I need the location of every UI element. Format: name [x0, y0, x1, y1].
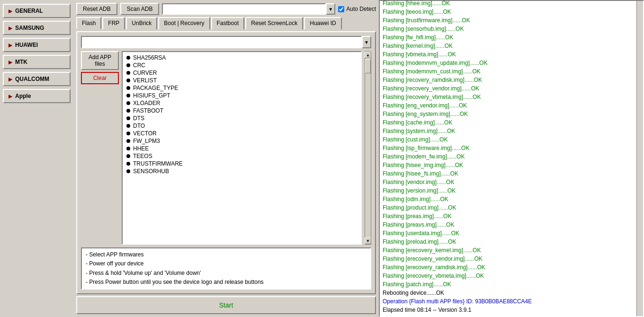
sidebar-item-qualcomm[interactable]: ▶QUALCOMM: [3, 72, 71, 86]
file-name: CURVER: [133, 70, 157, 76]
log-content: Flashing [xloader.img]......OKFlashing […: [380, 1, 636, 316]
tab-huaweiid[interactable]: Huawei ID: [304, 17, 341, 29]
file-name: VERLIST: [133, 77, 157, 84]
files-buttons: Add APP files Clear: [81, 51, 119, 245]
file-bullet: [126, 101, 130, 105]
sidebar-item-apple[interactable]: ▶Apple: [3, 89, 71, 103]
file-name: VECTOR: [133, 130, 157, 137]
start-button[interactable]: Start: [76, 296, 376, 314]
log-line: Flashing [hisee_fs.img]......OK: [383, 169, 634, 178]
scroll-down-btn[interactable]: ▼: [365, 238, 371, 244]
file-bullet: [126, 116, 130, 120]
list-item: HHEE: [126, 145, 357, 152]
log-line: Flashing [erecovery_ramdisk.img]......OK: [383, 263, 634, 272]
tab-fastboot[interactable]: Fastboot: [211, 17, 245, 29]
file-bullet: [126, 169, 130, 173]
file-name: DTS: [133, 115, 144, 122]
files-list[interactable]: SHA256RSACRCCURVERVERLISTPACKAGE_TYPEHIS…: [122, 51, 362, 245]
auto-detect-wrap: Auto Detect: [338, 6, 376, 12]
reset-adb-button[interactable]: Reset ADB: [76, 3, 117, 15]
log-content-wrap: Flashing [xloader.img]......OKFlashing […: [380, 1, 643, 316]
file-bullet: [126, 63, 130, 67]
log-line: Elapsed time 08:14 -- Version 3.9.1: [383, 306, 634, 314]
instruction-line: - Select APP firmwares: [86, 250, 367, 259]
log-line: Flashing [preas.img]......OK: [383, 212, 634, 220]
sidebar-tri-qualcomm: ▶: [9, 77, 12, 82]
file-name: DTO: [133, 123, 145, 129]
sidebar-label-samsung: SAMSUNG: [15, 25, 44, 31]
list-item: SHA256RSA: [126, 54, 357, 62]
list-item: CRC: [126, 62, 357, 69]
log-line: Flashing [system.img]......OK: [383, 127, 634, 135]
topbar: Reset ADB Scan ADB ▼ Auto Detect: [76, 3, 376, 15]
log-line: Flashing [recovery_ramdisk.img]......OK: [383, 76, 634, 84]
sidebar-label-qualcomm: QUALCOMM: [15, 76, 49, 82]
tab-boot[interactable]: Boot | Recovery: [158, 17, 210, 29]
file-bullet: [126, 94, 130, 97]
file-bullet: [126, 154, 130, 158]
file-name: PACKAGE_TYPE: [133, 85, 178, 91]
auto-detect-label: Auto Detect: [346, 6, 376, 12]
log-line: Flashing [erecovery_vendor.img]......OK: [383, 255, 634, 263]
list-item: SENSORHUB: [126, 167, 357, 175]
list-item: HISIUFS_GPT: [126, 92, 357, 99]
log-line: Flashing [eng_vendor.img]......OK: [383, 101, 634, 110]
start-wrap: Start: [76, 296, 376, 314]
list-item: DTO: [126, 122, 357, 130]
auto-detect-checkbox[interactable]: [338, 6, 344, 12]
tab-flash[interactable]: Flash: [76, 17, 101, 29]
log-line: Rebooting device......OK: [383, 289, 634, 297]
list-item: CURVER: [126, 69, 357, 77]
log-line: Flashing [trustfirmware.img]......OK: [383, 16, 634, 25]
file-name: XLOADER: [133, 100, 160, 106]
log-line: Flashing [eng_system.img]......OK: [383, 110, 634, 118]
list-item: TEEOS: [126, 152, 357, 160]
scan-adb-button[interactable]: Scan ADB: [120, 3, 160, 15]
sidebar-item-samsung[interactable]: ▶SAMSUNG: [3, 21, 71, 35]
file-name: CRC: [133, 62, 145, 69]
list-item: PACKAGE_TYPE: [126, 84, 357, 92]
log-line: Flashing [hisee_img.img]......OK: [383, 161, 634, 169]
file-bullet: [126, 162, 130, 166]
list-item: FW_LPM3: [126, 137, 357, 145]
clear-button[interactable]: Clear: [81, 72, 119, 84]
file-bullet: [126, 109, 130, 113]
mode-row: Flash multi APP files (Upgrade Mode) ▼: [81, 36, 371, 48]
log-line: Flashing [version.img]......OK: [383, 186, 634, 195]
list-item: VERLIST: [126, 77, 357, 84]
tab-frp[interactable]: FRP: [102, 17, 125, 29]
sidebar-item-mtk[interactable]: ▶MTK: [3, 55, 71, 69]
log-line: Flashing [cache.img]......OK: [383, 118, 634, 127]
log-panel: Flashing [xloader.img]......OKFlashing […: [379, 0, 644, 317]
file-name: HHEE: [133, 145, 149, 152]
mode-arrow[interactable]: ▼: [362, 36, 371, 48]
tab-unbrick[interactable]: UnBrick: [126, 17, 157, 29]
log-line: Flashing [erecovery_vbmeta.img]......OK: [383, 272, 634, 280]
device-combo-input[interactable]: [162, 3, 326, 15]
log-line: Flashing [teeos.img]......OK: [383, 8, 634, 16]
log-line: Flashing [odm.img]......OK: [383, 195, 634, 203]
main-content: Reset ADB Scan ADB ▼ Auto Detect FlashFR…: [73, 0, 379, 317]
sidebar-item-huawei[interactable]: ▶HUAWEI: [3, 38, 71, 52]
scroll-up-btn[interactable]: ▲: [365, 52, 371, 58]
instruction-line: - Press Power button until you see the d…: [86, 278, 367, 287]
sidebar-item-general[interactable]: ▶GENERAL: [3, 4, 71, 18]
sidebar-label-mtk: MTK: [15, 59, 27, 65]
tab-reset[interactable]: Reset ScreenLock: [245, 17, 303, 29]
scroll-thumb[interactable]: [365, 59, 371, 73]
add-app-button[interactable]: Add APP files: [81, 51, 119, 70]
mode-select[interactable]: Flash multi APP files (Upgrade Mode): [81, 36, 362, 48]
log-scrollbar[interactable]: [636, 1, 643, 316]
device-combo-arrow[interactable]: ▼: [326, 3, 335, 15]
sidebar-tri-huawei: ▶: [9, 43, 12, 48]
log-line: Flashing [preavs.img]......OK: [383, 220, 634, 229]
sidebar-label-apple: Apple: [15, 93, 31, 99]
file-bullet: [126, 79, 130, 82]
log-line: Flashing [modemnvm_update.img]......OK: [383, 59, 634, 67]
file-name: FW_LPM3: [133, 138, 160, 144]
file-bullet: [126, 86, 130, 90]
list-item: TRUSTFIRMWARE: [126, 160, 357, 167]
files-scrollbar[interactable]: ▲ ▼: [365, 51, 371, 245]
log-line: Operation {Flash multi APP files} ID: 93…: [383, 297, 634, 306]
log-line: Flashing [vbmeta.img]......OK: [383, 50, 634, 59]
